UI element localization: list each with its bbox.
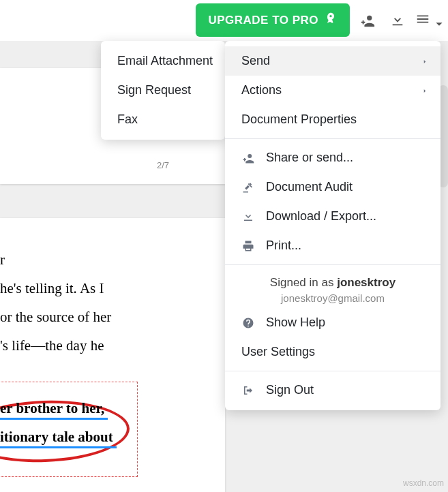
highlighted-text: itionary tale about: [0, 422, 113, 451]
menu-divider: [225, 371, 440, 371]
menu-divider: [225, 264, 440, 265]
share-icon: [241, 151, 255, 165]
send-submenu: Email Attachment Sign Request Fax: [101, 41, 225, 140]
hamburger-icon: [415, 12, 430, 29]
main-menu-button[interactable]: [415, 12, 440, 29]
menu-item-label: Show Help: [266, 316, 325, 330]
doc-text: 's life—the day he: [0, 331, 218, 360]
chevron-down-icon: [432, 16, 440, 25]
menu-item-label: Print...: [266, 239, 301, 253]
account-info: Signed in as jonesktroy jonesktroy@gmail…: [225, 269, 440, 308]
submenu-email-attachment[interactable]: Email Attachment: [101, 46, 225, 76]
help-icon: [241, 316, 255, 330]
menu-divider: [225, 138, 440, 139]
menu-item-label: Actions: [241, 83, 282, 97]
submenu-sign-request[interactable]: Sign Request: [101, 76, 225, 105]
menu-help[interactable]: Show Help: [225, 308, 440, 337]
menu-item-label: Fax: [117, 112, 138, 127]
main-dropdown-menu: Send Actions Document Properties Share o…: [225, 41, 440, 410]
print-icon: [241, 239, 255, 253]
doc-text: he's telling it. As I: [0, 274, 218, 303]
annotation-region[interactable]: er brother to her, itionary tale about: [0, 394, 218, 451]
menu-audit[interactable]: Document Audit: [225, 172, 440, 202]
menu-document-properties[interactable]: Document Properties: [225, 105, 440, 134]
menu-item-label: User Settings: [241, 345, 315, 359]
upgrade-label: UPGRADE TO PRO: [208, 14, 318, 27]
menu-item-label: Document Audit: [266, 180, 353, 194]
upgrade-button[interactable]: UPGRADE TO PRO: [196, 3, 350, 37]
menu-sign-out[interactable]: Sign Out: [225, 375, 440, 405]
menu-download[interactable]: Download / Export...: [225, 202, 440, 231]
signed-in-prefix: Signed in as: [270, 276, 337, 289]
menu-item-label: Share or send...: [266, 151, 353, 165]
username: jonesktroy: [337, 276, 395, 289]
menu-item-label: Sign Request: [117, 83, 191, 97]
menu-item-label: Email Attachment: [117, 54, 213, 68]
doc-text: or the source of her: [0, 303, 218, 331]
menu-actions[interactable]: Actions: [225, 76, 440, 105]
chevron-right-icon: [421, 54, 428, 68]
menu-share[interactable]: Share or send...: [225, 143, 440, 172]
gavel-icon: [241, 181, 255, 194]
submenu-fax[interactable]: Fax: [101, 105, 225, 134]
document-page: r he's telling it. As I or the source of…: [0, 218, 225, 492]
doc-text: r: [0, 245, 218, 274]
menu-user-settings[interactable]: User Settings: [225, 337, 440, 367]
menu-send[interactable]: Send: [225, 46, 440, 76]
menu-print[interactable]: Print...: [225, 231, 440, 260]
highlighted-text: er brother to her,: [0, 394, 104, 422]
download-icon: [241, 210, 255, 224]
sign-out-icon: [241, 384, 255, 397]
add-user-button[interactable]: [355, 8, 380, 33]
page-indicator: 2/7: [157, 160, 169, 170]
menu-item-label: Download / Export...: [266, 209, 376, 224]
menu-item-label: Document Properties: [241, 112, 357, 127]
account-email: jonesktroy@gmail.com: [241, 292, 424, 304]
chevron-right-icon: [421, 83, 428, 97]
menu-item-label: Sign Out: [266, 383, 314, 397]
top-toolbar: UPGRADE TO PRO: [0, 0, 448, 41]
watermark: wsxdn.com: [403, 478, 444, 488]
download-button[interactable]: [385, 8, 410, 33]
rocket-icon: [324, 12, 338, 29]
menu-item-label: Send: [241, 54, 270, 68]
